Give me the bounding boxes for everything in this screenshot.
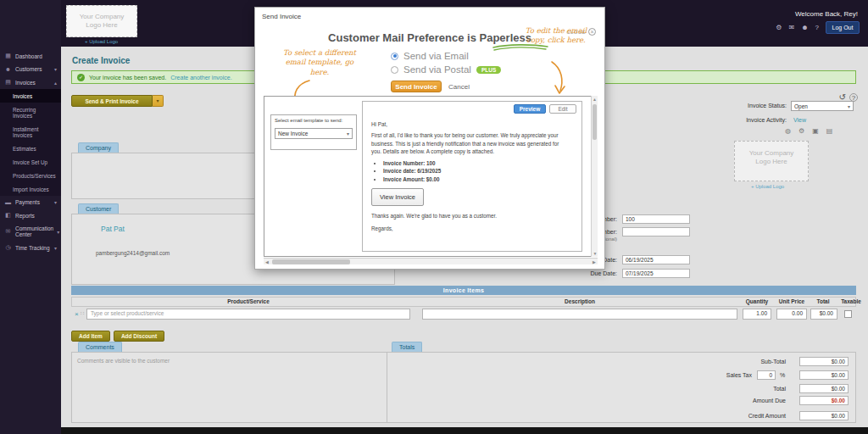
sidebar-label: Communication Center <box>15 225 53 237</box>
amount-due-value: $0.00 <box>799 396 849 405</box>
template-selector-box: Select email template to send: New Invoi… <box>270 114 357 150</box>
sidebar-subitem-products-services[interactable]: Products/Services <box>0 169 61 182</box>
sales-tax-value: $0.00 <box>799 370 849 380</box>
globe-icon[interactable]: ◍ <box>785 127 791 135</box>
logo-placeholder-line1: Your Company <box>735 149 808 158</box>
company-logo-upload-box[interactable]: Your Company Logo Here <box>66 5 137 37</box>
add-discount-button[interactable]: Add Discount <box>114 331 164 342</box>
sidebar-subitem-import-invoices[interactable]: Import Invoices <box>0 182 61 196</box>
invoice-number-input[interactable]: 100 <box>622 214 690 224</box>
create-another-invoice-link[interactable]: Create another invoice. <box>170 75 231 81</box>
sidebar-item-dashboard[interactable]: ▦ Dashboard <box>0 49 61 63</box>
email-radio[interactable] <box>391 53 398 60</box>
comments-placeholder: Comments are visible to the customer <box>77 358 170 364</box>
vertical-scrollbar[interactable]: ▲ ▼ <box>591 96 598 257</box>
scroll-up-arrow[interactable]: ▲ <box>592 96 598 103</box>
help-icon[interactable]: ? <box>815 24 819 31</box>
total-label: Total <box>667 386 786 392</box>
email-radio-label[interactable]: Send via Email <box>403 51 469 61</box>
invoice-activity-view-link[interactable]: View <box>793 117 806 123</box>
send-print-invoice-button[interactable]: Send & Print Invoice <box>71 95 153 107</box>
edit-button[interactable]: Edit <box>549 104 576 114</box>
po-number-input[interactable] <box>622 227 690 236</box>
plus-badge: PLUS <box>476 66 501 74</box>
due-date-label: Due Date: <box>509 270 617 276</box>
add-item-button[interactable]: Add Item <box>71 331 110 342</box>
form-upload-logo-link[interactable]: + Upload Logo <box>751 184 784 189</box>
modal-cancel-link[interactable]: Cancel <box>448 83 470 91</box>
total-value: $0.00 <box>799 384 849 393</box>
subtotal-label: Sub-Total <box>667 359 786 364</box>
horizontal-scroll-thumb[interactable] <box>272 259 350 264</box>
taxable-checkbox[interactable] <box>844 310 852 318</box>
logout-button[interactable]: Log Out <box>826 21 860 34</box>
template-dropdown[interactable]: New Invoice ▾ <box>275 128 353 139</box>
send-print-dropdown-arrow[interactable]: ▾ <box>153 95 164 107</box>
sidebar-subitem-invoice-set-up[interactable]: Invoice Set Up <box>0 155 61 169</box>
col-unit-price: Unit Price <box>774 298 810 304</box>
postal-radio-label[interactable]: Send via Postal <box>403 64 471 75</box>
invoice-status-dropdown[interactable]: Open ▾ <box>791 101 854 111</box>
amount-due-label: Amount Due <box>667 398 786 403</box>
customer-email: pambergung2414@gmail.com <box>96 250 170 256</box>
page-icon[interactable]: ▣ <box>812 127 819 135</box>
company-tab: Company <box>78 142 119 153</box>
sidebar-label: Dashboard <box>15 53 42 59</box>
sidebar-subitem-recurring-invoices[interactable]: Recurring Invoices <box>0 103 61 122</box>
preview-button[interactable]: Preview <box>514 104 546 114</box>
user-icon[interactable]: ☻ <box>801 24 808 31</box>
chevron-down-icon: ▾ <box>848 103 850 109</box>
email-bullets: Invoice Number: 100 Invoice date: 6/19/2… <box>383 159 570 183</box>
sidebar-item-communication-center[interactable]: ✉ Communication Center ▾ <box>0 222 61 241</box>
customer-name-link[interactable]: Pat Pat <box>101 225 125 233</box>
upload-logo-link[interactable]: + Upload Logo <box>85 39 118 44</box>
col-quantity: Quantity <box>739 298 775 304</box>
totals-tab: Totals <box>392 342 422 352</box>
sales-tax-input[interactable]: 0 <box>757 370 776 380</box>
scroll-down-arrow[interactable]: ▼ <box>592 250 598 257</box>
comments-textarea[interactable]: Comments are visible to the customer <box>71 352 402 423</box>
form-gear-icon[interactable]: ⚙ <box>798 127 804 135</box>
banner-text: Your invoice has been saved. <box>89 75 166 81</box>
sidebar-item-time-tracking[interactable]: ◷ Time Tracking ▾ <box>0 241 61 254</box>
modal-window-title: Send Invoice <box>262 13 301 20</box>
sidebar: ▦ Dashboard ☻ Customers ▾ ▤ Invoices ▴ I… <box>0 0 61 434</box>
mail-icon[interactable]: ✉ <box>788 24 794 31</box>
scroll-right-arrow[interactable]: ▶ <box>591 259 598 265</box>
check-icon: ✓ <box>77 74 85 81</box>
email-body: First of all, I'd like to thank you for … <box>371 131 570 155</box>
invoice-status-label: Invoice Status: <box>725 103 787 108</box>
gear-icon[interactable]: ⚙ <box>776 24 782 31</box>
view-invoice-button[interactable]: View Invoice <box>371 188 424 206</box>
chevron-down-icon: ▾ <box>54 199 57 205</box>
footer-bar <box>0 427 868 434</box>
invoice-date-input[interactable]: 06/19/2025 <box>622 255 690 264</box>
product-service-input[interactable]: Type or select product/service <box>86 309 410 320</box>
delete-row-icon[interactable]: × <box>75 310 79 318</box>
chevron-down-icon: ▾ <box>347 131 349 136</box>
description-input[interactable] <box>422 309 737 320</box>
vertical-scroll-thumb[interactable] <box>593 104 597 140</box>
sidebar-item-customers[interactable]: ☻ Customers ▾ <box>0 63 61 75</box>
time-icon: ◷ <box>4 244 12 251</box>
unit-price-input[interactable]: 0.00 <box>776 309 807 320</box>
sidebar-item-reports[interactable]: ◧ Reports <box>0 209 61 222</box>
invoice-status-value: Open <box>794 103 808 109</box>
sidebar-subitem-estimates[interactable]: Estimates <box>0 142 61 155</box>
copy-icon[interactable]: ▤ <box>826 127 833 135</box>
form-logo-upload-box[interactable]: Your Company Logo Here <box>734 141 809 181</box>
sidebar-item-payments[interactable]: ▬ Payments ▾ <box>0 196 61 209</box>
due-date-input[interactable]: 07/19/2025 <box>622 269 690 278</box>
sidebar-item-invoices[interactable]: ▤ Invoices ▴ <box>0 75 61 89</box>
email-closing: Thanks again. We're glad to have you as … <box>371 212 570 220</box>
scroll-left-arrow[interactable]: ◀ <box>264 259 270 265</box>
sidebar-subitem-invoices[interactable]: Invoices <box>0 89 61 103</box>
quantity-input[interactable]: 1.00 <box>743 309 771 320</box>
modal-send-invoice-button[interactable]: Send Invoice <box>391 81 442 92</box>
sidebar-subitem-installment-invoices[interactable]: Installment Invoices <box>0 122 61 142</box>
drag-handle-icon[interactable]: ∷ <box>81 310 84 317</box>
customer-tab: Customer <box>78 203 119 214</box>
horizontal-scrollbar[interactable]: ◀ ▶ <box>264 258 598 264</box>
postal-radio[interactable] <box>391 66 398 74</box>
logo-placeholder-line2: Logo Here <box>735 158 808 166</box>
